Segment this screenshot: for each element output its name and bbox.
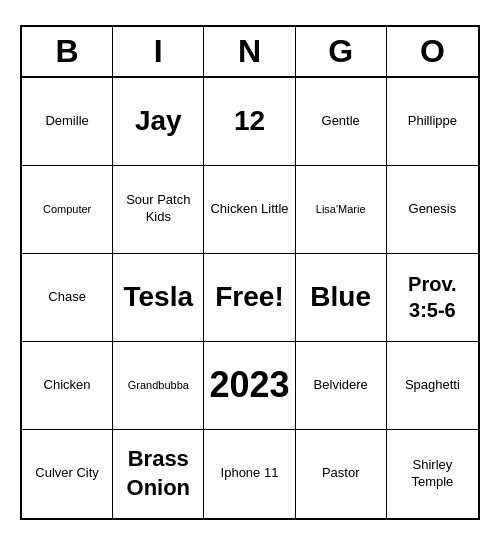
bingo-cell: 12 xyxy=(204,78,295,166)
bingo-cell: Demille xyxy=(22,78,113,166)
bingo-cell: Phillippe xyxy=(387,78,478,166)
bingo-cell: Grandbubba xyxy=(113,342,204,430)
bingo-header: BINGO xyxy=(22,27,478,78)
header-letter: O xyxy=(387,27,478,76)
cell-text: Lisa'Marie xyxy=(316,202,366,216)
bingo-cell: Free! xyxy=(204,254,295,342)
cell-text: Culver City xyxy=(35,465,99,482)
bingo-cell: Sour Patch Kids xyxy=(113,166,204,254)
cell-text: Chicken xyxy=(44,377,91,394)
bingo-cell: 2023 xyxy=(204,342,295,430)
bingo-cell: Jay xyxy=(113,78,204,166)
header-letter: B xyxy=(22,27,113,76)
cell-text: Gentle xyxy=(322,113,360,130)
bingo-cell: Gentle xyxy=(296,78,387,166)
header-letter: N xyxy=(204,27,295,76)
bingo-cell: Chicken Little xyxy=(204,166,295,254)
cell-text: Prov. 3:5-6 xyxy=(391,271,474,323)
cell-text: Chase xyxy=(48,289,86,306)
bingo-cell: Prov. 3:5-6 xyxy=(387,254,478,342)
bingo-cell: Iphone 11 xyxy=(204,430,295,518)
cell-text: Belvidere xyxy=(314,377,368,394)
cell-text: 12 xyxy=(234,103,265,139)
cell-text: Shirley Temple xyxy=(391,457,474,491)
cell-text: Grandbubba xyxy=(128,378,189,392)
cell-text: 2023 xyxy=(209,362,289,409)
cell-text: Computer xyxy=(43,202,91,216)
bingo-cell: Pastor xyxy=(296,430,387,518)
cell-text: Spaghetti xyxy=(405,377,460,394)
cell-text: Jay xyxy=(135,103,182,139)
bingo-cell: Spaghetti xyxy=(387,342,478,430)
cell-text: Phillippe xyxy=(408,113,457,130)
bingo-cell: Lisa'Marie xyxy=(296,166,387,254)
bingo-cell: Genesis xyxy=(387,166,478,254)
cell-text: Free! xyxy=(215,279,283,315)
bingo-cell: Belvidere xyxy=(296,342,387,430)
cell-text: Pastor xyxy=(322,465,360,482)
cell-text: Tesla xyxy=(124,279,194,315)
bingo-cell: Brass Onion xyxy=(113,430,204,518)
bingo-cell: Computer xyxy=(22,166,113,254)
bingo-cell: Chase xyxy=(22,254,113,342)
bingo-cell: Chicken xyxy=(22,342,113,430)
bingo-cell: Tesla xyxy=(113,254,204,342)
cell-text: Blue xyxy=(310,279,371,315)
header-letter: I xyxy=(113,27,204,76)
bingo-cell: Culver City xyxy=(22,430,113,518)
bingo-cell: Shirley Temple xyxy=(387,430,478,518)
bingo-card: BINGO DemilleJay12GentlePhillippeCompute… xyxy=(20,25,480,520)
cell-text: Demille xyxy=(45,113,88,130)
bingo-grid: DemilleJay12GentlePhillippeComputerSour … xyxy=(22,78,478,518)
cell-text: Chicken Little xyxy=(210,201,288,218)
cell-text: Genesis xyxy=(409,201,457,218)
cell-text: Iphone 11 xyxy=(221,465,279,482)
cell-text: Brass Onion xyxy=(117,445,199,502)
bingo-cell: Blue xyxy=(296,254,387,342)
header-letter: G xyxy=(296,27,387,76)
cell-text: Sour Patch Kids xyxy=(117,192,199,226)
